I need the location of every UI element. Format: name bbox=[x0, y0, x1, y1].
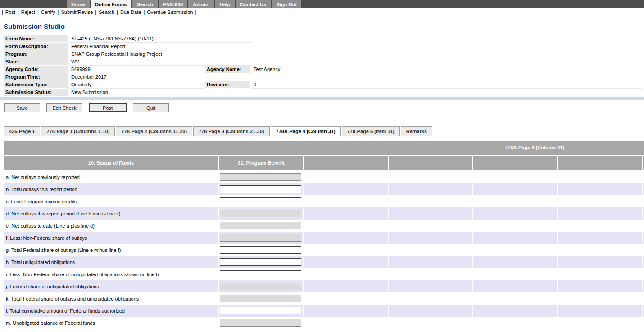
program-benefit-input-j bbox=[220, 283, 301, 290]
tab-778a-page-4-column-31[interactable]: 778A-Page 4 (Column 31) bbox=[271, 126, 341, 136]
program-benefit-input-b[interactable] bbox=[220, 185, 301, 193]
program-benefit-input-i[interactable] bbox=[220, 270, 301, 278]
tab-remarks[interactable]: Remarks bbox=[401, 126, 432, 136]
empty-cell bbox=[389, 256, 472, 268]
detail-label-form-name: Form Name: bbox=[4, 35, 68, 43]
empty-cell bbox=[389, 220, 472, 232]
menubar-separator: | bbox=[143, 9, 145, 15]
detail-label-agency-name: Agency Name: bbox=[205, 66, 250, 73]
menubar-separator: | bbox=[58, 9, 59, 15]
empty-cell bbox=[304, 256, 388, 268]
program-benefit-input-d bbox=[220, 210, 301, 217]
column-header-empty bbox=[473, 156, 557, 170]
empty-cell bbox=[473, 232, 557, 244]
menubar-reject[interactable]: Reject bbox=[21, 9, 35, 15]
row-input-cell-e bbox=[219, 220, 303, 232]
empty-cell bbox=[389, 171, 472, 183]
menubar-due-date[interactable]: Due Date bbox=[120, 9, 141, 15]
edit-check-button[interactable]: Edit Check bbox=[46, 103, 82, 112]
menubar-submit-revise[interactable]: Submit/Revise bbox=[61, 9, 93, 15]
detail-value-agency-code: 5499999 bbox=[68, 66, 205, 73]
empty-cell bbox=[558, 305, 642, 317]
row-label-d: d. Net outlays this report period (Line … bbox=[4, 207, 218, 220]
detail-label-program: Program: bbox=[4, 50, 68, 58]
empty-cell bbox=[473, 268, 557, 280]
grid-row-c: c. Less: Program income credits bbox=[4, 195, 644, 207]
empty-cell bbox=[473, 280, 557, 292]
row-label-f: f. Less: Non-Federal share of outlays bbox=[4, 232, 218, 244]
row-label-a: a. Net outlays previously reported bbox=[4, 171, 218, 183]
empty-cell bbox=[558, 171, 642, 183]
menubar-certify[interactable]: Certify bbox=[41, 9, 55, 15]
empty-cell bbox=[558, 183, 642, 195]
quit-button[interactable]: Quit bbox=[133, 103, 169, 112]
row-input-cell-g bbox=[219, 244, 303, 256]
post-button[interactable]: Post bbox=[89, 103, 127, 112]
empty-cell bbox=[304, 317, 388, 329]
column-header-empty bbox=[304, 156, 388, 170]
row-label-j: j. Federal share of unliquidated obligat… bbox=[4, 280, 218, 292]
row-input-cell-i bbox=[219, 268, 303, 280]
empty-cell bbox=[558, 195, 642, 207]
tab-778-page-2-columns-11-20[interactable]: 778-Page 2 (Columns 11-20) bbox=[116, 126, 192, 136]
empty-cell bbox=[304, 292, 388, 305]
program-benefit-input-m bbox=[220, 319, 301, 327]
row-label-h: h. Total unliquidated obligations bbox=[4, 256, 218, 268]
detail-row-program-time: Program Time:December 2017 bbox=[4, 73, 642, 81]
empty-cell bbox=[558, 256, 642, 268]
grid-column-headers: 10. Status of Funds31. Program Benefit bbox=[4, 156, 644, 170]
empty-cell bbox=[389, 244, 472, 256]
program-benefit-input-c[interactable] bbox=[220, 197, 301, 205]
empty-cell bbox=[473, 207, 557, 220]
row-input-cell-j bbox=[219, 280, 303, 292]
form-page-tabs: 425-Page 1778-Page 1 (Columns 1-10)778-P… bbox=[0, 126, 644, 136]
nav-contact-us[interactable]: Contact Us bbox=[236, 0, 271, 8]
detail-label-state: State: bbox=[4, 58, 68, 66]
detail-row-program: Program:SNAP Group Residential Housing P… bbox=[4, 50, 642, 58]
detail-value-program-time: December 2017 bbox=[68, 73, 251, 81]
nav-help[interactable]: Help bbox=[215, 0, 235, 8]
empty-cell bbox=[473, 220, 557, 232]
tab-425-page-1[interactable]: 425-Page 1 bbox=[4, 126, 40, 136]
nav-home[interactable]: Home bbox=[67, 0, 90, 8]
tab-778-page-1-columns-1-10[interactable]: 778-Page 1 (Columns 1-10) bbox=[41, 126, 115, 136]
nav-admin[interactable]: Admin. bbox=[188, 0, 214, 8]
column-header-empty bbox=[558, 156, 642, 170]
menubar-post[interactable]: Post bbox=[5, 9, 15, 15]
empty-cell bbox=[389, 268, 472, 280]
empty-cell bbox=[558, 244, 642, 256]
save-button[interactable]: Save bbox=[4, 103, 40, 112]
empty-cell bbox=[389, 280, 472, 292]
grid-row-d: d. Net outlays this report period (Line … bbox=[4, 207, 644, 220]
row-label-l: l. Total cumulative amount of Federal fu… bbox=[4, 305, 218, 317]
detail-label-submission-status: Submission Status: bbox=[4, 89, 68, 96]
top-navigation-items: HomeOnline FormsSearchFNS-648Admin.HelpC… bbox=[67, 0, 302, 8]
empty-cell bbox=[473, 256, 557, 268]
empty-cell bbox=[389, 195, 472, 207]
program-benefit-input-h[interactable] bbox=[220, 258, 301, 266]
row-input-cell-b bbox=[219, 183, 303, 195]
grid-row-l: l. Total cumulative amount of Federal fu… bbox=[4, 305, 644, 317]
program-benefit-input-l[interactable] bbox=[220, 307, 301, 314]
program-benefit-input-e bbox=[220, 222, 301, 229]
detail-value-program: SNAP Group Residential Housing Project bbox=[68, 50, 251, 58]
detail-label-revision: Revision: bbox=[205, 81, 250, 89]
grid-row-j: j. Federal share of unliquidated obligat… bbox=[4, 280, 644, 292]
empty-cell bbox=[389, 232, 472, 244]
empty-cell bbox=[304, 268, 388, 280]
menubar-overdue-submission[interactable]: Overdue Submission bbox=[147, 9, 193, 15]
nav-online-forms[interactable]: Online Forms bbox=[91, 0, 132, 8]
page-title: Submission Studio bbox=[4, 22, 644, 30]
nav-sign-out[interactable]: Sign Out bbox=[272, 0, 301, 8]
tab-778-page-3-columns-21-30[interactable]: 778 Page 3 (Columns 21-30) bbox=[193, 126, 270, 136]
nav-search[interactable]: Search bbox=[132, 0, 158, 8]
program-benefit-input-g[interactable] bbox=[220, 246, 301, 254]
tab-778-page-5-item-11[interactable]: 778-Page 5 (Item 11) bbox=[342, 126, 400, 136]
menubar-separator: | bbox=[18, 9, 19, 15]
empty-cell bbox=[558, 280, 642, 292]
detail-row-agency-code: Agency Code:5499999Agency Name:Test Agen… bbox=[4, 66, 642, 73]
row-input-cell-c bbox=[219, 195, 303, 207]
menubar-search[interactable]: Search bbox=[99, 9, 114, 15]
nav-fns-648[interactable]: FNS-648 bbox=[159, 0, 187, 8]
grid-row-e: e. Net outlays to date (Line a plus line… bbox=[4, 220, 644, 232]
